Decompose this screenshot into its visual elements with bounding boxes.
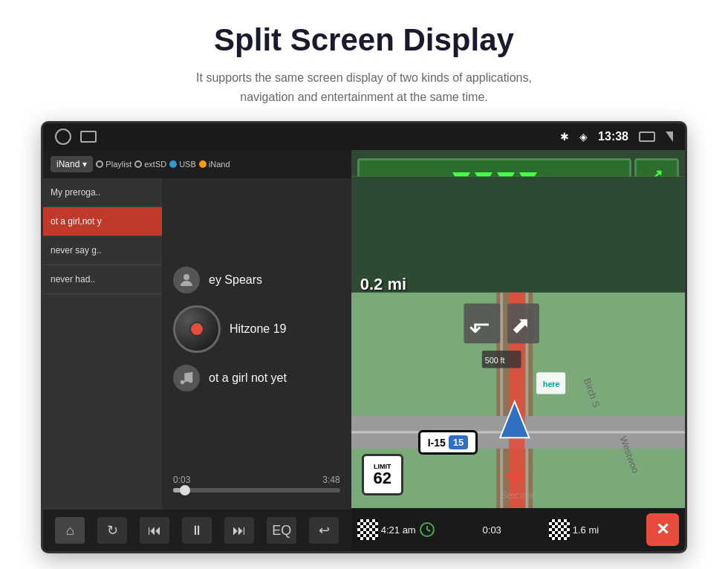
music-panel: iNand ▾ Playlist extSD USB iNand	[43, 150, 351, 551]
main-content: iNand ▾ Playlist extSD USB iNand	[43, 150, 685, 551]
status-circle-icon	[55, 129, 71, 145]
music-body: My preroga.. ot a girl,not y never say g…	[43, 178, 351, 510]
page-header: Split Screen Display It supports the sam…	[0, 0, 728, 121]
song-row: ot a girl not yet	[173, 365, 340, 391]
nav-close-button[interactable]: ✕	[646, 513, 679, 546]
controls-bar: ⌂ ↻ ⏮ ⏸ ⏭ EQ ↩	[43, 510, 351, 551]
checkered-start-icon	[357, 519, 378, 540]
nav-bottom-bar: 4:21 am 0:03 1.6 mi	[351, 508, 685, 551]
source-selector: iNand ▾ Playlist extSD USB iNand	[43, 150, 351, 178]
artist-icon	[173, 267, 200, 293]
album-name: Hitzone 19	[230, 322, 287, 336]
checkered-end-icon	[549, 519, 570, 540]
source-tab-playlist[interactable]: Playlist	[96, 160, 131, 169]
svg-line-25	[427, 530, 430, 531]
song-icon	[173, 365, 200, 391]
eta-start-item: 4:21 am	[357, 519, 435, 540]
chevron-down-icon: ▾	[82, 159, 87, 169]
svg-point-2	[189, 379, 193, 383]
bluetooth-icon: ✱	[560, 131, 569, 143]
elapsed-item: 0:03	[483, 524, 501, 536]
source-tab-inand-label: iNand	[209, 160, 230, 169]
route-badge: 15	[449, 435, 468, 449]
window-icon	[639, 131, 655, 142]
status-bar-left	[55, 129, 97, 145]
playlist-sidebar: My preroga.. ot a girl,not y never say g…	[43, 178, 162, 510]
radio-dot-playlist	[96, 160, 103, 168]
route-label: I-15	[428, 437, 446, 449]
page-title: Split Screen Display	[15, 22, 713, 58]
status-time: 13:38	[598, 130, 628, 143]
svg-text:here: here	[543, 380, 560, 388]
artist-name: ey Spears	[209, 273, 262, 287]
source-tab-extsd[interactable]: extSD	[134, 160, 166, 169]
source-tab-inand[interactable]: iNand	[199, 160, 230, 169]
clock-icon	[419, 521, 435, 538]
svg-point-0	[183, 274, 189, 280]
back-button[interactable]: ↩	[309, 517, 339, 544]
album-cover	[173, 305, 221, 353]
page-subtitle: It supports the same screen display of t…	[171, 68, 557, 106]
player-area: ey Spears Hitzone 19	[162, 178, 351, 510]
progress-thumb	[180, 485, 190, 495]
status-bar-right: ✱ ◈ 13:38	[560, 130, 673, 143]
distance-box: 0.2 mi	[360, 275, 406, 294]
repeat-button[interactable]: ↻	[97, 517, 127, 544]
status-bar: ✱ ◈ 13:38	[43, 123, 685, 150]
elapsed-time: 0:03	[483, 524, 501, 536]
source-tab-playlist-label: Playlist	[105, 160, 131, 169]
device-frame: ✱ ◈ 13:38 iNand ▾ Playlist	[41, 121, 687, 553]
source-tab-extsd-label: extSD	[144, 160, 166, 169]
svg-text:⬐: ⬐	[469, 309, 490, 338]
eq-button[interactable]: EQ	[267, 517, 296, 544]
prev-button[interactable]: ⏮	[140, 517, 169, 544]
next-button[interactable]: ⏭	[224, 517, 254, 544]
now-playing: ey Spears Hitzone 19	[173, 189, 340, 469]
nav-panel: ↗ ONLY EXIT 40 » Sahara Avenue Conventio…	[351, 150, 685, 551]
progress-section: 0:03 3:48	[173, 469, 340, 498]
radio-dot-inand	[199, 160, 207, 168]
album-cover-inner	[189, 322, 204, 336]
svg-point-1	[181, 380, 185, 385]
playlist-item-1[interactable]: My preroga..	[43, 178, 162, 207]
eta-distance: 1.6 mi	[573, 524, 599, 536]
back-icon	[666, 131, 673, 142]
svg-rect-6	[500, 293, 503, 525]
close-icon: ✕	[656, 520, 669, 539]
svg-text:⬈: ⬈	[511, 312, 530, 338]
svg-text:500 ft: 500 ft	[484, 356, 504, 365]
radio-dot-extsd	[134, 160, 142, 168]
eta-time: 4:21 am	[381, 524, 416, 536]
eta-end-item: 1.6 mi	[549, 519, 599, 540]
time-current: 0:03	[173, 475, 190, 485]
playlist-item-2[interactable]: ot a girl,not y	[43, 207, 162, 236]
source-dropdown-label: iNand	[56, 159, 79, 169]
status-image-icon	[80, 131, 97, 143]
route-sign: I-15 15	[418, 430, 478, 455]
playlist-item-4[interactable]: never had..	[43, 265, 162, 294]
time-total: 3:48	[322, 475, 339, 485]
source-tab-usb[interactable]: USB	[169, 160, 196, 169]
playlist-item-3[interactable]: never say g..	[43, 236, 162, 265]
source-tab-usb-label: USB	[179, 160, 196, 169]
radio-dot-usb	[169, 160, 177, 168]
source-dropdown[interactable]: iNand ▾	[51, 156, 93, 172]
nav-map: ↗ ONLY EXIT 40 » Sahara Avenue Conventio…	[351, 150, 685, 551]
progress-bar[interactable]	[173, 488, 340, 492]
distance-value: 0.2 mi	[360, 275, 406, 294]
home-button[interactable]: ⌂	[55, 517, 85, 544]
location-icon: ◈	[579, 131, 588, 143]
album-row: Hitzone 19	[173, 305, 340, 353]
speed-box: LIMIT 62	[362, 454, 403, 495]
song-name: ot a girl not yet	[209, 371, 287, 385]
artist-row: ey Spears	[173, 267, 340, 293]
speed-number: 62	[373, 470, 391, 487]
progress-times: 0:03 3:48	[173, 475, 340, 485]
play-pause-button[interactable]: ⏸	[182, 517, 212, 544]
